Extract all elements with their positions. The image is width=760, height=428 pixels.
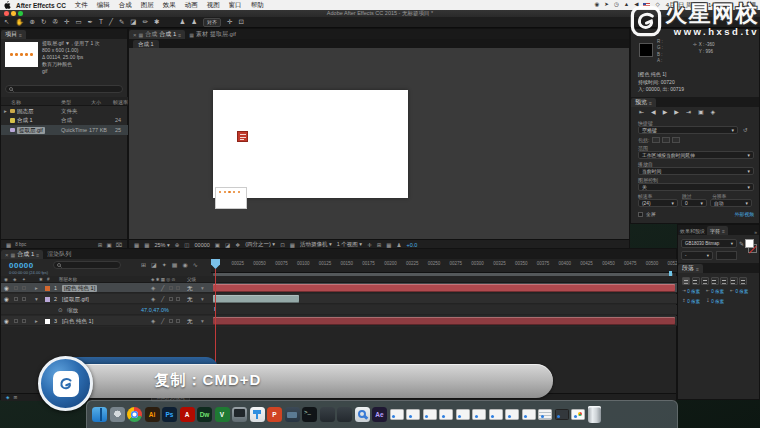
- snapshot-icon[interactable]: ▣: [215, 242, 220, 248]
- indent-value[interactable]: 0 像素: [711, 299, 724, 304]
- dock-utility-app-2[interactable]: [337, 407, 352, 422]
- comp-mini-flowchart-icon[interactable]: ⊞: [141, 261, 146, 268]
- dock-trash[interactable]: [588, 406, 601, 423]
- delete-item-icon[interactable]: ⌧: [116, 242, 122, 248]
- effects-icon[interactable]: ╱: [161, 318, 164, 325]
- space-after-field[interactable]: ↧0 像素: [706, 299, 724, 304]
- dock-media-app[interactable]: V: [215, 407, 230, 422]
- tab-character[interactable]: 字符≡: [707, 226, 728, 235]
- overlays-include-icon[interactable]: [672, 137, 680, 143]
- dock-minimized-window[interactable]: [439, 409, 453, 421]
- dock-keynote[interactable]: [250, 407, 265, 422]
- hand-tool-icon[interactable]: ✋: [15, 19, 23, 26]
- indent-value[interactable]: 0 像素: [711, 289, 724, 294]
- twirl-icon[interactable]: ▸: [35, 318, 38, 325]
- item-name[interactable]: 合成 1: [17, 117, 33, 124]
- time-machine-icon[interactable]: ◷: [614, 2, 619, 8]
- lock-checkbox[interactable]: [22, 297, 26, 301]
- align-box[interactable]: 对齐: [203, 18, 221, 27]
- dock-chrome[interactable]: [127, 407, 142, 422]
- workspace-figure-icon-1[interactable]: ♟: [179, 19, 185, 26]
- last-frame-button[interactable]: ⇥: [686, 109, 691, 115]
- menubar-menu[interactable]: 效果: [163, 1, 176, 10]
- eye-icon[interactable]: ◉: [4, 285, 9, 292]
- tab-timeline-comp[interactable]: × ▦ 合成 1 ≡: [1, 250, 43, 259]
- quality-icon[interactable]: ◈: [151, 318, 155, 325]
- grid-options-icon[interactable]: ⊡: [239, 19, 244, 26]
- camera-tool-icon[interactable]: ✇: [52, 19, 57, 26]
- channels-icon[interactable]: ❖: [235, 242, 240, 248]
- menubar-menu[interactable]: 图层: [141, 1, 154, 10]
- layer-bar-orange-solid[interactable]: [213, 284, 675, 292]
- tab-project[interactable]: 项目≡: [1, 30, 26, 39]
- scale-property-value[interactable]: 47.0,47.0%: [141, 307, 169, 314]
- panel-menu-icon[interactable]: ≡: [722, 228, 725, 234]
- new-composition-icon[interactable]: ▣: [106, 242, 111, 248]
- video-include-icon[interactable]: [652, 137, 660, 143]
- space-before-field[interactable]: ↥0 像素: [682, 299, 700, 304]
- parent-dropdown[interactable]: 无: [187, 318, 193, 325]
- magnification-icon[interactable]: ▦: [144, 242, 149, 248]
- layer-name[interactable]: [白色 纯色 1]: [62, 318, 93, 325]
- label-color-chip[interactable]: [45, 297, 50, 302]
- dock-minimized-dark-window[interactable]: [555, 409, 569, 421]
- effects-icon[interactable]: ╱: [161, 296, 164, 303]
- menubar-menu[interactable]: 窗口: [229, 1, 242, 10]
- indent-right-field[interactable]: ⇤0 像素: [730, 289, 748, 294]
- flowchart-icon[interactable]: ♟: [397, 242, 402, 248]
- eye-icon[interactable]: ◉: [4, 296, 9, 303]
- expand-icon[interactable]: ⊞: [13, 395, 17, 400]
- clone-stamp-tool-icon[interactable]: ✎: [119, 19, 124, 26]
- selection-tool-icon[interactable]: ↖: [4, 19, 9, 26]
- show-snapshot-icon[interactable]: ◪: [225, 242, 230, 248]
- switch-checkbox[interactable]: [176, 286, 180, 290]
- draft-3d-icon[interactable]: ◪: [151, 261, 157, 268]
- tab-preview[interactable]: 预览≡: [631, 98, 656, 107]
- item-name[interactable]: 提取层.gif: [17, 127, 45, 134]
- previous-frame-button[interactable]: ◀: [651, 109, 656, 115]
- menubar-app-name[interactable]: After Effects CC: [16, 2, 66, 9]
- switch-checkbox[interactable]: [176, 297, 180, 301]
- dock-dreamweaver[interactable]: Dw: [197, 407, 212, 422]
- dock-minimized-list-window[interactable]: [538, 409, 552, 421]
- layer-bar-gif-footage[interactable]: [213, 295, 299, 303]
- project-column-2[interactable]: 类型: [61, 99, 71, 105]
- dock-minimized-window[interactable]: [456, 409, 470, 421]
- lock-checkbox[interactable]: [22, 319, 26, 323]
- dock-terminal[interactable]: >_: [302, 407, 317, 422]
- mask-visibility-icon[interactable]: ◫: [184, 242, 189, 248]
- quality-icon[interactable]: ◈: [151, 296, 155, 303]
- item-name[interactable]: 固态层: [17, 108, 34, 115]
- dock-powerpoint[interactable]: P: [267, 407, 282, 422]
- project-column-3[interactable]: 大小: [91, 99, 101, 105]
- project-column-4[interactable]: 帧速率: [113, 99, 128, 105]
- label-color-chip[interactable]: [45, 286, 50, 291]
- menubar-menu[interactable]: 帮助: [251, 1, 264, 10]
- layer-name-column-label[interactable]: 图层名称: [59, 277, 77, 282]
- first-frame-button[interactable]: ⇤: [639, 109, 644, 115]
- play-from-dropdown[interactable]: 当前时间▾: [638, 167, 754, 175]
- always-preview-icon[interactable]: ▦: [134, 242, 139, 248]
- menubar-menu[interactable]: 视图: [207, 1, 220, 10]
- eyedropper-icon[interactable]: ✎: [739, 240, 744, 247]
- dock-after-effects[interactable]: Ae: [372, 407, 387, 422]
- rotation-tool-icon[interactable]: ↻: [41, 19, 46, 26]
- eye-icon[interactable]: ◉: [4, 318, 9, 325]
- snapping-icon[interactable]: ✛: [227, 19, 232, 26]
- gif-footage-layer[interactable]: [215, 187, 247, 209]
- pixel-aspect-icon[interactable]: ✛: [367, 242, 372, 248]
- fast-previews-icon[interactable]: ⊞: [377, 242, 382, 248]
- layer-controls-dropdown[interactable]: 关▾: [638, 183, 754, 191]
- apple-menu-icon[interactable]: [4, 1, 11, 9]
- quality-icon[interactable]: ◈: [151, 285, 155, 292]
- motion-blur-icon[interactable]: ◉: [182, 261, 187, 268]
- graph-editor-icon[interactable]: ∿: [193, 261, 198, 268]
- parent-dropdown[interactable]: 无: [187, 285, 193, 292]
- lock-checkbox[interactable]: [22, 286, 26, 290]
- label-color-chip[interactable]: [45, 319, 50, 324]
- justify-last-center-button[interactable]: [720, 277, 728, 285]
- align-right-button[interactable]: [701, 277, 709, 285]
- dock-minimized-chrome-window[interactable]: [571, 409, 585, 421]
- zoom-level-dropdown[interactable]: 25% ▾: [154, 242, 169, 248]
- switch-checkbox[interactable]: [169, 286, 173, 290]
